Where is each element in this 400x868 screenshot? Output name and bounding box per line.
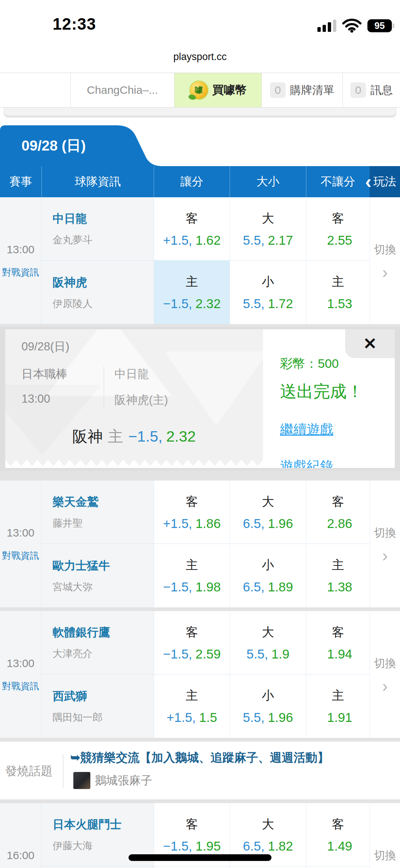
battery-icon: 95 — [367, 19, 392, 32]
spread-odds-button[interactable] — [154, 867, 230, 868]
event-cell: 16:00 對戰資訊 — [0, 803, 41, 868]
switch-play-button[interactable]: 切換 › — [370, 481, 400, 607]
team-name-link[interactable]: 歐力士猛牛 — [53, 558, 154, 574]
account-button[interactable]: ChangChia–... — [70, 73, 174, 107]
spread-odds-button[interactable]: 主 +1.5,1.5 — [154, 674, 230, 738]
total-odds-button[interactable]: 小 5.5,1.72 — [230, 261, 306, 324]
continue-game-link[interactable]: 繼續遊戲 — [280, 420, 395, 439]
moneyline-odds-button[interactable]: 客 1.49 — [306, 803, 370, 867]
header-total[interactable]: 大小 — [230, 166, 306, 197]
browser-url[interactable]: playsport.cc — [0, 48, 400, 73]
team-name-link[interactable]: 西武獅 — [53, 689, 154, 704]
section-gap — [0, 607, 400, 611]
scroll-strip — [4, 108, 396, 118]
moneyline-odds-button[interactable]: 主 1.38 — [306, 544, 370, 607]
event-cell: 13:00 對戰資訊 — [0, 197, 41, 324]
pitcher-name: 隅田知一郎 — [53, 711, 154, 724]
total-odds-button[interactable]: 小 5.5,1.96 — [230, 674, 306, 738]
switch-play-button[interactable]: 切換 › — [370, 197, 400, 324]
total-odds-button[interactable]: 大 5.5,1.9 — [230, 611, 306, 674]
status-bar: 12:33 95 — [0, 0, 400, 48]
bet-ticket: 09/28(日) 日本職棒 13:00 中日龍 阪神虎(主) 阪神主−1.5,2… — [5, 329, 395, 468]
chevron-left-icon: ‹ — [365, 172, 371, 191]
game-history-link[interactable]: 遊戲紀錄 — [280, 457, 395, 468]
total-odds-button[interactable] — [230, 867, 306, 868]
header-play-tab[interactable]: ‹ 玩法 — [370, 166, 400, 197]
home-indicator[interactable] — [129, 854, 271, 861]
team-name-link[interactable]: 中日龍 — [53, 211, 154, 227]
team-name-link[interactable]: 軟體銀行鷹 — [53, 625, 154, 640]
spread-odds-button[interactable]: 客 +1.5,1.86 — [154, 481, 230, 544]
pitcher-name: 藤井聖 — [53, 516, 154, 530]
moneyline-odds-button[interactable]: 客 2.55 — [306, 197, 370, 261]
avatar — [73, 772, 90, 789]
nav-spacer — [0, 73, 70, 107]
team-cell: 中日龍 金丸夢斗 — [41, 197, 154, 261]
header-moneyline[interactable]: 不讓分 — [306, 166, 370, 197]
moneyline-odds-button[interactable]: 主 1.53 — [306, 261, 370, 324]
total-odds-button[interactable]: 大 6.5,1.96 — [230, 481, 306, 544]
matchup-info-link[interactable]: 對戰資訊 — [2, 266, 39, 278]
receipt-match-info: 日本職棒 13:00 中日龍 阪神虎(主) — [21, 366, 168, 408]
pitcher-name: 伊原陵人 — [53, 297, 154, 310]
header-event: 賽事 — [0, 166, 41, 197]
pitcher-name: 宮城大弥 — [53, 580, 154, 594]
section-gap — [0, 324, 400, 327]
team-name-link[interactable]: 日本火腿鬥士 — [53, 817, 154, 832]
team-name-link[interactable]: 阪神虎 — [53, 275, 154, 290]
team-cell — [41, 867, 154, 868]
header-team-info: 球隊資訊 — [41, 166, 154, 197]
signal-icon — [317, 19, 336, 32]
close-icon: ✕ — [363, 336, 377, 352]
receipt-bet-line: 阪神主−1.5,2.32 — [5, 426, 263, 447]
spread-odds-button[interactable]: 主 −1.5,1.98 — [154, 544, 230, 607]
switch-play-button[interactable]: 切換 › — [370, 611, 400, 738]
status-time: 12:33 — [53, 15, 96, 33]
matchup-info-link[interactable]: 對戰資訊 — [2, 680, 39, 692]
game-time: 13:00 — [7, 243, 34, 256]
buy-coin-button[interactable]: 噱 買噱幣 — [174, 73, 261, 107]
submit-success-message: 送出完成！ — [280, 380, 395, 403]
hot-topic-title-link[interactable]: ➥競猜樂交流【加入鵝城、追蹤麻子、週週活動】 — [70, 750, 329, 766]
switch-play-button[interactable]: 切換 › — [370, 803, 400, 868]
pitcher-name: 伊藤大海 — [53, 839, 154, 852]
close-button[interactable]: ✕ — [345, 329, 395, 358]
hot-topic-label: 發燒話題 — [5, 763, 53, 779]
moneyline-odds-button[interactable]: 主 1.91 — [306, 674, 370, 738]
matchup-info-link[interactable]: 對戰資訊 — [2, 549, 39, 562]
hot-topic-author[interactable]: 鵝城張麻子 — [73, 772, 152, 789]
moneyline-odds-button[interactable] — [306, 867, 370, 868]
date-tab-zone: 09/28 (日) — [0, 125, 400, 166]
spread-odds-button[interactable]: 客 +1.5,1.62 — [154, 197, 230, 261]
message-button[interactable]: 0 訊息 — [343, 73, 400, 107]
spread-odds-button[interactable]: 主 −1.5,2.32 — [154, 261, 230, 324]
moneyline-odds-button[interactable]: 客 1.94 — [306, 611, 370, 674]
chevron-right-icon: › — [382, 549, 388, 562]
bet-receipt-popup: 09/28(日) 日本職棒 13:00 中日龍 阪神虎(主) 阪神主−1.5,2… — [0, 327, 400, 471]
section-gap — [0, 799, 400, 803]
hot-topic-section: 發燒話題 ➥競猜樂交流【加入鵝城、追蹤麻子、週週活動】 鵝城張麻子 — [0, 742, 400, 799]
receipt-league: 日本職棒 — [21, 366, 104, 382]
game-time: 16:00 — [7, 849, 34, 862]
header-spread[interactable]: 讓分 — [154, 166, 230, 197]
team-name-link[interactable]: 樂天金鷲 — [53, 494, 154, 510]
team-cell: 歐力士猛牛 宮城大弥 — [41, 544, 154, 607]
cart-count-badge: 0 — [270, 82, 286, 98]
chevron-right-icon: › — [382, 679, 388, 693]
spread-odds-button[interactable]: 客 −1.5,2.59 — [154, 611, 230, 674]
receipt-away-team: 中日龍 — [114, 366, 168, 382]
cart-button[interactable]: 0 購牌清單 — [261, 73, 343, 107]
game-block-2: 13:00 對戰資訊 樂天金鷲 藤井聖 客 +1.5,1.86 大 6.5,1.… — [0, 481, 400, 607]
top-nav: ChangChia–... 噱 買噱幣 0 購牌清單 0 訊息 — [0, 73, 400, 108]
message-count-badge: 0 — [350, 82, 366, 98]
receipt-home-team: 阪神虎(主) — [114, 392, 168, 408]
moneyline-odds-button[interactable]: 客 2.86 — [306, 481, 370, 544]
chevron-right-icon: › — [382, 265, 388, 279]
pitcher-name: 金丸夢斗 — [53, 233, 154, 247]
scroll-strip-zone — [0, 108, 400, 125]
team-cell: 軟體銀行鷹 大津亮介 — [41, 611, 154, 674]
game-time: 13:00 — [7, 657, 34, 670]
total-odds-button[interactable]: 大 5.5,2.17 — [230, 197, 306, 261]
total-odds-button[interactable]: 小 6.5,1.89 — [230, 544, 306, 607]
divider — [104, 366, 104, 408]
